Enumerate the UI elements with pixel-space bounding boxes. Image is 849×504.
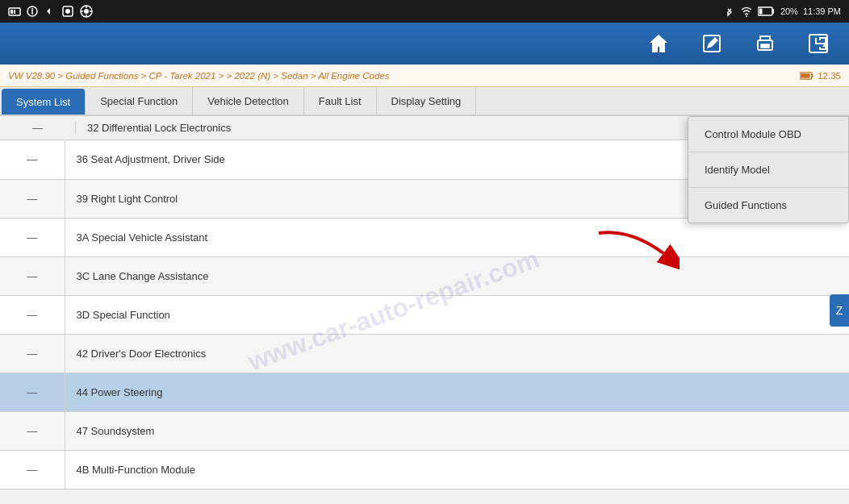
edit-button[interactable] — [697, 29, 726, 58]
row-dash: — — [0, 218, 65, 256]
row-dash: — — [0, 450, 65, 489]
row-code: 3A Special Vehicle Assistant — [65, 218, 849, 256]
svg-point-13 — [746, 15, 747, 17]
svg-point-6 — [65, 9, 70, 14]
row-code: 3C Lane Change Assistance — [65, 256, 849, 295]
tab-system-list[interactable]: System List — [2, 89, 86, 115]
tab-bar: System List Special Function Vehicle Det… — [0, 87, 849, 116]
battery-percent: 20% — [780, 6, 798, 16]
row-dash: — — [0, 334, 65, 373]
table-row[interactable]: — 47 Soundsystem — [0, 411, 849, 450]
status-bar-right: 20% 11:39 PM — [724, 6, 841, 17]
breadcrumb-bar: VW V28.90 > Guided Functions > CP - Tare… — [0, 65, 849, 87]
table-row[interactable]: — 3A Special Vehicle Assistant — [0, 218, 849, 256]
row-code: 47 Soundsystem — [65, 411, 849, 450]
top-nav-bar — [0, 23, 849, 65]
row-dash: — — [0, 373, 65, 411]
dropdown-item-identify-model[interactable]: Identify Model — [688, 152, 848, 188]
tab-fault-list[interactable]: Fault List — [304, 87, 377, 115]
dropdown-menu: Control Module OBD Identify Model Guided… — [688, 116, 849, 223]
scroll-button[interactable]: Z — [830, 294, 849, 327]
tab-display-setting[interactable]: Display Setting — [377, 87, 477, 115]
voltage-value: 12.35 — [818, 71, 841, 81]
svg-rect-2 — [14, 10, 15, 14]
svg-rect-1 — [10, 10, 13, 14]
table-row[interactable]: — 3C Lane Change Assistance — [0, 256, 849, 295]
exit-button[interactable] — [804, 29, 833, 58]
dropdown-item-guided-functions[interactable]: Guided Functions — [688, 188, 848, 223]
breadcrumb-text: VW V28.90 > Guided Functions > CP - Tare… — [8, 71, 389, 81]
row-code: 42 Driver's Door Electronics — [65, 334, 849, 373]
row-dash: — — [0, 179, 65, 218]
partial-row-code: 32 Differential Lock Electronics — [87, 122, 231, 134]
svg-rect-22 — [801, 73, 809, 78]
row-dash: — — [0, 256, 65, 295]
status-bar-left — [8, 4, 94, 19]
row-code: 3D Special Function — [65, 295, 849, 334]
home-button[interactable] — [644, 29, 673, 58]
row-dash: — — [0, 411, 65, 450]
table-row[interactable]: — 4B Multi-Function Module — [0, 450, 849, 489]
partial-row-dash: — — [11, 122, 76, 134]
row-code: 4B Multi-Function Module — [65, 450, 849, 489]
main-content: www.car-auto-repair.com — 32 Differentia… — [0, 116, 849, 504]
row-dash: — — [0, 295, 65, 334]
table-row[interactable]: — 3D Special Function — [0, 295, 849, 334]
svg-rect-18 — [760, 44, 770, 48]
row-code: 44 Power Steering — [65, 373, 849, 411]
dropdown-item-control-module-obd[interactable]: Control Module OBD — [688, 117, 848, 152]
status-bar: 20% 11:39 PM — [0, 0, 849, 23]
tab-special-function[interactable]: Special Function — [86, 87, 193, 115]
table-row[interactable]: — 44 Power Steering — [0, 373, 849, 411]
row-dash: — — [0, 140, 65, 179]
voltage-display: 12.35 — [800, 71, 841, 81]
svg-point-8 — [84, 9, 89, 14]
print-button[interactable] — [751, 29, 780, 58]
time-display: 11:39 PM — [803, 6, 841, 16]
tab-vehicle-detection[interactable]: Vehicle Detection — [193, 87, 303, 115]
svg-rect-15 — [759, 9, 762, 15]
table-row[interactable]: — 42 Driver's Door Electronics — [0, 334, 849, 373]
